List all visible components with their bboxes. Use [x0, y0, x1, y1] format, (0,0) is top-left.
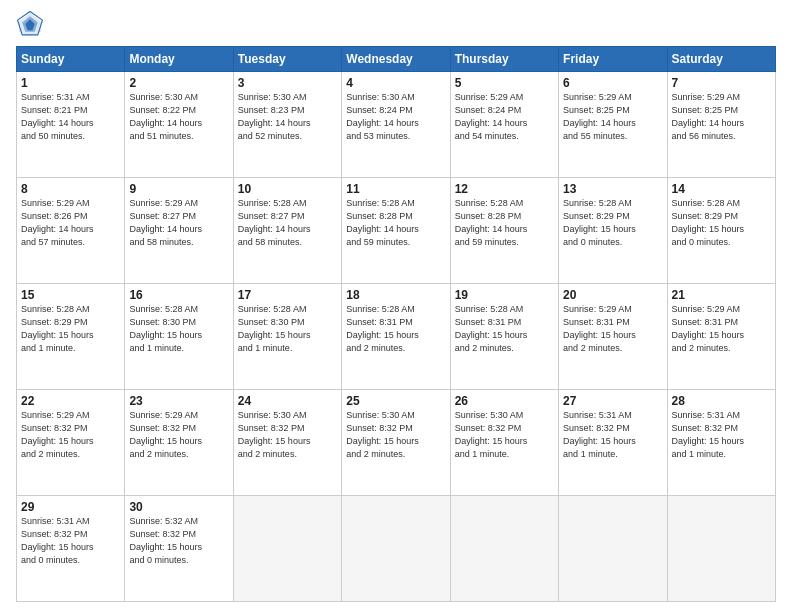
day-info: Sunrise: 5:29 AM Sunset: 8:27 PM Dayligh… [129, 197, 228, 249]
day-number: 24 [238, 394, 337, 408]
day-info: Sunrise: 5:30 AM Sunset: 8:24 PM Dayligh… [346, 91, 445, 143]
day-number: 29 [21, 500, 120, 514]
calendar-cell-6: 6Sunrise: 5:29 AM Sunset: 8:25 PM Daylig… [559, 72, 667, 178]
calendar-cell-24: 24Sunrise: 5:30 AM Sunset: 8:32 PM Dayli… [233, 390, 341, 496]
day-number: 18 [346, 288, 445, 302]
logo-icon [16, 10, 44, 38]
day-info: Sunrise: 5:30 AM Sunset: 8:32 PM Dayligh… [346, 409, 445, 461]
calendar-cell-13: 13Sunrise: 5:28 AM Sunset: 8:29 PM Dayli… [559, 178, 667, 284]
calendar-header-thursday: Thursday [450, 47, 558, 72]
day-number: 21 [672, 288, 771, 302]
calendar-cell-23: 23Sunrise: 5:29 AM Sunset: 8:32 PM Dayli… [125, 390, 233, 496]
day-info: Sunrise: 5:30 AM Sunset: 8:22 PM Dayligh… [129, 91, 228, 143]
day-info: Sunrise: 5:28 AM Sunset: 8:27 PM Dayligh… [238, 197, 337, 249]
day-info: Sunrise: 5:29 AM Sunset: 8:32 PM Dayligh… [21, 409, 120, 461]
calendar-header-saturday: Saturday [667, 47, 775, 72]
logo [16, 10, 48, 38]
calendar-header-row: SundayMondayTuesdayWednesdayThursdayFrid… [17, 47, 776, 72]
calendar-week-4: 22Sunrise: 5:29 AM Sunset: 8:32 PM Dayli… [17, 390, 776, 496]
calendar-cell-19: 19Sunrise: 5:28 AM Sunset: 8:31 PM Dayli… [450, 284, 558, 390]
calendar-cell-21: 21Sunrise: 5:29 AM Sunset: 8:31 PM Dayli… [667, 284, 775, 390]
calendar-cell-1: 1Sunrise: 5:31 AM Sunset: 8:21 PM Daylig… [17, 72, 125, 178]
day-info: Sunrise: 5:29 AM Sunset: 8:31 PM Dayligh… [672, 303, 771, 355]
calendar-cell-17: 17Sunrise: 5:28 AM Sunset: 8:30 PM Dayli… [233, 284, 341, 390]
calendar-cell-empty [559, 496, 667, 602]
calendar-cell-empty [450, 496, 558, 602]
calendar-cell-28: 28Sunrise: 5:31 AM Sunset: 8:32 PM Dayli… [667, 390, 775, 496]
day-number: 1 [21, 76, 120, 90]
day-number: 16 [129, 288, 228, 302]
calendar-cell-18: 18Sunrise: 5:28 AM Sunset: 8:31 PM Dayli… [342, 284, 450, 390]
calendar-cell-9: 9Sunrise: 5:29 AM Sunset: 8:27 PM Daylig… [125, 178, 233, 284]
calendar-cell-empty [342, 496, 450, 602]
day-number: 17 [238, 288, 337, 302]
calendar-cell-10: 10Sunrise: 5:28 AM Sunset: 8:27 PM Dayli… [233, 178, 341, 284]
day-number: 11 [346, 182, 445, 196]
calendar-cell-2: 2Sunrise: 5:30 AM Sunset: 8:22 PM Daylig… [125, 72, 233, 178]
page: SundayMondayTuesdayWednesdayThursdayFrid… [0, 0, 792, 612]
calendar-cell-12: 12Sunrise: 5:28 AM Sunset: 8:28 PM Dayli… [450, 178, 558, 284]
calendar-header-friday: Friday [559, 47, 667, 72]
calendar-week-2: 8Sunrise: 5:29 AM Sunset: 8:26 PM Daylig… [17, 178, 776, 284]
calendar-cell-14: 14Sunrise: 5:28 AM Sunset: 8:29 PM Dayli… [667, 178, 775, 284]
calendar-cell-20: 20Sunrise: 5:29 AM Sunset: 8:31 PM Dayli… [559, 284, 667, 390]
calendar-cell-empty [667, 496, 775, 602]
day-info: Sunrise: 5:28 AM Sunset: 8:30 PM Dayligh… [129, 303, 228, 355]
day-info: Sunrise: 5:28 AM Sunset: 8:31 PM Dayligh… [455, 303, 554, 355]
calendar-cell-5: 5Sunrise: 5:29 AM Sunset: 8:24 PM Daylig… [450, 72, 558, 178]
calendar-week-5: 29Sunrise: 5:31 AM Sunset: 8:32 PM Dayli… [17, 496, 776, 602]
day-info: Sunrise: 5:31 AM Sunset: 8:32 PM Dayligh… [21, 515, 120, 567]
day-info: Sunrise: 5:28 AM Sunset: 8:28 PM Dayligh… [455, 197, 554, 249]
day-number: 28 [672, 394, 771, 408]
day-number: 5 [455, 76, 554, 90]
day-number: 3 [238, 76, 337, 90]
day-info: Sunrise: 5:30 AM Sunset: 8:23 PM Dayligh… [238, 91, 337, 143]
calendar-cell-27: 27Sunrise: 5:31 AM Sunset: 8:32 PM Dayli… [559, 390, 667, 496]
calendar-cell-11: 11Sunrise: 5:28 AM Sunset: 8:28 PM Dayli… [342, 178, 450, 284]
calendar-week-3: 15Sunrise: 5:28 AM Sunset: 8:29 PM Dayli… [17, 284, 776, 390]
day-info: Sunrise: 5:32 AM Sunset: 8:32 PM Dayligh… [129, 515, 228, 567]
day-number: 2 [129, 76, 228, 90]
day-info: Sunrise: 5:28 AM Sunset: 8:31 PM Dayligh… [346, 303, 445, 355]
day-info: Sunrise: 5:29 AM Sunset: 8:24 PM Dayligh… [455, 91, 554, 143]
calendar-cell-22: 22Sunrise: 5:29 AM Sunset: 8:32 PM Dayli… [17, 390, 125, 496]
day-info: Sunrise: 5:30 AM Sunset: 8:32 PM Dayligh… [238, 409, 337, 461]
calendar-table: SundayMondayTuesdayWednesdayThursdayFrid… [16, 46, 776, 602]
day-number: 9 [129, 182, 228, 196]
day-info: Sunrise: 5:31 AM Sunset: 8:32 PM Dayligh… [563, 409, 662, 461]
day-number: 19 [455, 288, 554, 302]
day-info: Sunrise: 5:31 AM Sunset: 8:32 PM Dayligh… [672, 409, 771, 461]
calendar-cell-7: 7Sunrise: 5:29 AM Sunset: 8:25 PM Daylig… [667, 72, 775, 178]
day-number: 12 [455, 182, 554, 196]
calendar-cell-29: 29Sunrise: 5:31 AM Sunset: 8:32 PM Dayli… [17, 496, 125, 602]
day-info: Sunrise: 5:31 AM Sunset: 8:21 PM Dayligh… [21, 91, 120, 143]
day-number: 10 [238, 182, 337, 196]
day-number: 6 [563, 76, 662, 90]
calendar-cell-empty [233, 496, 341, 602]
day-info: Sunrise: 5:29 AM Sunset: 8:25 PM Dayligh… [563, 91, 662, 143]
calendar-cell-8: 8Sunrise: 5:29 AM Sunset: 8:26 PM Daylig… [17, 178, 125, 284]
day-info: Sunrise: 5:29 AM Sunset: 8:31 PM Dayligh… [563, 303, 662, 355]
day-info: Sunrise: 5:29 AM Sunset: 8:26 PM Dayligh… [21, 197, 120, 249]
calendar-cell-30: 30Sunrise: 5:32 AM Sunset: 8:32 PM Dayli… [125, 496, 233, 602]
day-info: Sunrise: 5:28 AM Sunset: 8:29 PM Dayligh… [672, 197, 771, 249]
calendar-header-wednesday: Wednesday [342, 47, 450, 72]
header [16, 10, 776, 38]
calendar-week-1: 1Sunrise: 5:31 AM Sunset: 8:21 PM Daylig… [17, 72, 776, 178]
day-number: 15 [21, 288, 120, 302]
calendar-cell-4: 4Sunrise: 5:30 AM Sunset: 8:24 PM Daylig… [342, 72, 450, 178]
day-number: 8 [21, 182, 120, 196]
day-number: 22 [21, 394, 120, 408]
day-number: 26 [455, 394, 554, 408]
day-number: 23 [129, 394, 228, 408]
calendar-header-tuesday: Tuesday [233, 47, 341, 72]
day-number: 27 [563, 394, 662, 408]
day-info: Sunrise: 5:28 AM Sunset: 8:29 PM Dayligh… [563, 197, 662, 249]
day-info: Sunrise: 5:28 AM Sunset: 8:29 PM Dayligh… [21, 303, 120, 355]
day-info: Sunrise: 5:29 AM Sunset: 8:32 PM Dayligh… [129, 409, 228, 461]
day-info: Sunrise: 5:28 AM Sunset: 8:30 PM Dayligh… [238, 303, 337, 355]
calendar-cell-26: 26Sunrise: 5:30 AM Sunset: 8:32 PM Dayli… [450, 390, 558, 496]
day-number: 4 [346, 76, 445, 90]
calendar-cell-15: 15Sunrise: 5:28 AM Sunset: 8:29 PM Dayli… [17, 284, 125, 390]
day-info: Sunrise: 5:28 AM Sunset: 8:28 PM Dayligh… [346, 197, 445, 249]
